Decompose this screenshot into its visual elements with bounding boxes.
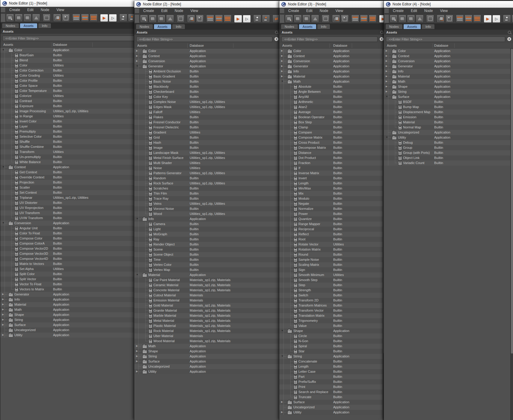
window-titlebar[interactable]: Node Editor (2) - [Node] (134, 1, 280, 8)
column-header-database[interactable]: Database (190, 43, 233, 48)
tree-row[interactable]: GroupBuiltin (384, 145, 513, 150)
tree-row[interactable]: ▶SurfaceApplication (279, 400, 386, 405)
menubar-grip-handle[interactable] (384, 8, 389, 13)
tree-row[interactable]: ▶ShapeApplication (384, 84, 513, 89)
menubar-grip-handle[interactable] (1, 7, 5, 12)
node-button[interactable] (15, 14, 23, 22)
column-header-assets[interactable]: Assets (282, 43, 329, 48)
tree-row[interactable]: GridBuiltin (134, 135, 280, 140)
tree-row[interactable]: ▶ColorApplication (384, 48, 513, 54)
tree-row[interactable]: Compose Vector4DBuiltin (0, 256, 148, 261)
expand-arrow-icon[interactable]: ▶ (386, 74, 387, 79)
menu-item-edit[interactable]: Edit (303, 9, 316, 13)
scrollbar[interactable] (510, 48, 513, 420)
tree-row[interactable]: RandomBuiltin (134, 176, 280, 181)
tree-row[interactable]: ▶UtilityApplication (279, 410, 386, 415)
play-filled-button[interactable]: ▶ (100, 14, 108, 22)
tab-info[interactable]: Info (172, 24, 185, 29)
tree-row[interactable]: Vector To FloatBuiltin (0, 282, 148, 287)
tree-row[interactable]: Wood MaterialMaterials_sp1.zip, Material… (134, 339, 280, 344)
tree-row[interactable]: TimeBuiltin (134, 257, 280, 262)
expand-arrow-icon[interactable]: ▶ (386, 48, 387, 54)
tree-row[interactable]: ▶SurfaceApplication (134, 359, 280, 364)
tree-row[interactable]: Smooth StepBuiltin (279, 278, 386, 283)
tree-row[interactable]: UncategorizedApplication (134, 364, 280, 369)
expand-arrow-icon[interactable]: ▶ (281, 48, 283, 54)
tree-row[interactable]: ▶UtilityApplication (134, 369, 280, 374)
menu-item-create[interactable]: Create (140, 9, 158, 13)
tree-row[interactable]: RoundBuiltin (279, 252, 386, 257)
column-divider[interactable] (454, 43, 455, 48)
tab-assets[interactable]: Assets (403, 24, 421, 29)
tree-row[interactable]: Shuffle CombineBuiltin (0, 144, 148, 149)
tree-row[interactable]: Image ProcessingUtilities_sp1.zip, Utili… (0, 109, 148, 114)
tree-row[interactable]: InvertBuiltin (279, 176, 386, 181)
window-titlebar[interactable]: Node Editor (3) - [Node] (279, 1, 386, 8)
tree-row[interactable]: Thin FilmBuiltin (134, 191, 280, 196)
tree-row[interactable]: LayerBuiltin (0, 124, 148, 129)
menu-item-node[interactable]: Node (171, 9, 187, 13)
tree-row[interactable]: StarBuiltin (279, 349, 386, 354)
node-button[interactable] (149, 15, 157, 23)
expand-arrow-icon[interactable]: ▶ (281, 74, 283, 79)
tree-row[interactable]: Rotation MatrixBuiltin (279, 247, 386, 252)
list-density-small-button[interactable] (456, 15, 464, 23)
tree-row[interactable]: FalloffUtilities (134, 110, 280, 115)
collapse-arrow-icon[interactable]: ▼ (2, 221, 4, 226)
search-icon[interactable] (380, 31, 383, 34)
tree-row[interactable]: DebugBuiltin (384, 140, 513, 145)
tree-row[interactable]: Search and ReplaceBuiltin (279, 389, 386, 395)
tree-row[interactable]: ExposureBuiltin (0, 104, 148, 109)
tree-row[interactable]: Color TemperatureBuiltin (0, 88, 148, 93)
tree-row[interactable]: Angular UnitBuiltin (0, 226, 148, 231)
expand-arrow-icon[interactable]: ▶ (136, 59, 138, 64)
tree-row[interactable]: N-GonBuiltin (279, 339, 386, 344)
tree-row[interactable]: MoGraphBuiltin (134, 232, 280, 237)
tree-row[interactable]: CircleBuiltin (279, 333, 386, 339)
filter-input[interactable]: <<Enter Filter String>> (281, 37, 378, 42)
play-outline-button[interactable]: ▷ (109, 14, 117, 22)
tree-row[interactable]: ▶MaterialApplication (279, 74, 386, 79)
tree-row[interactable]: Metal MaterialMaterials_sp1.zip, Materia… (134, 318, 280, 323)
tree-row[interactable]: FractionBuiltin (279, 160, 386, 166)
tree-row[interactable]: Scaling MatrixBuiltin (279, 262, 386, 267)
expand-arrow-icon[interactable]: ▶ (386, 84, 387, 89)
tree-row[interactable]: Color KeyBuiltin (134, 94, 280, 99)
list-density-small-button[interactable] (72, 14, 80, 22)
expand-arrow-icon[interactable]: ▶ (281, 69, 283, 74)
expand-arrow-icon[interactable]: ▶ (2, 307, 4, 312)
tree-row[interactable]: ▶StringApplication (134, 354, 280, 359)
tree-row[interactable]: Edges MaskUtilities_sp1.zip, Utilities (134, 104, 280, 110)
tree-row[interactable]: Bias/GainBuiltin (0, 53, 148, 58)
tree-row[interactable]: Plastic MaterialMaterials_sp1.zip, Mater… (134, 323, 280, 328)
tree-row[interactable]: ▶MathApplication (134, 344, 280, 349)
menu-item-node[interactable]: Node (37, 8, 53, 12)
remove-port-button[interactable] (119, 14, 127, 22)
tree-row[interactable]: ▶StringApplication (384, 89, 513, 94)
tree-row[interactable]: Group (with Ports)Builtin (384, 150, 513, 155)
tree-row[interactable]: Compose MatrixBuiltin (279, 135, 386, 140)
tree-row[interactable]: Box StepBuiltin (279, 120, 386, 125)
tree-row[interactable]: IfBuiltin (279, 166, 386, 171)
tree-row[interactable]: Boolean OperatorBuiltin (279, 115, 386, 120)
tree-row[interactable]: ContrastBuiltin (0, 98, 148, 104)
tree-row[interactable]: Marble MaterialMaterials_sp1.zip, Materi… (134, 313, 280, 318)
triangle-node-button[interactable] (416, 15, 424, 23)
collapse-arrow-icon[interactable]: ▼ (136, 272, 138, 278)
collapse-arrow-icon[interactable]: ▼ (136, 216, 138, 222)
tab-info[interactable]: Info (317, 24, 330, 29)
window-titlebar[interactable]: Node Editor (4) - [Node] (384, 1, 513, 8)
tree-row[interactable]: EmissionBuiltin (384, 115, 513, 120)
tree-row[interactable]: Basic NoiseBuiltin (134, 79, 280, 84)
tree-row[interactable]: Color CorrectionBuiltin (0, 68, 148, 73)
tree-row[interactable]: TrigonometryBuiltin (279, 318, 386, 323)
frame-selection-button[interactable] (43, 14, 51, 22)
tree-row[interactable]: Rotate VectorUtilities (279, 242, 386, 247)
tab-info[interactable]: Info (38, 23, 51, 28)
tree-row[interactable]: Set AlphaUtilities (0, 266, 148, 272)
tree-row[interactable]: LengthBuiltin (279, 364, 386, 369)
tree-row[interactable]: Split ColorBuiltin (0, 272, 148, 277)
tree-row[interactable]: ▶GeneratorApplication (0, 292, 148, 297)
column-divider[interactable] (92, 43, 93, 47)
tree-row[interactable]: ▶MathApplication (384, 79, 513, 84)
